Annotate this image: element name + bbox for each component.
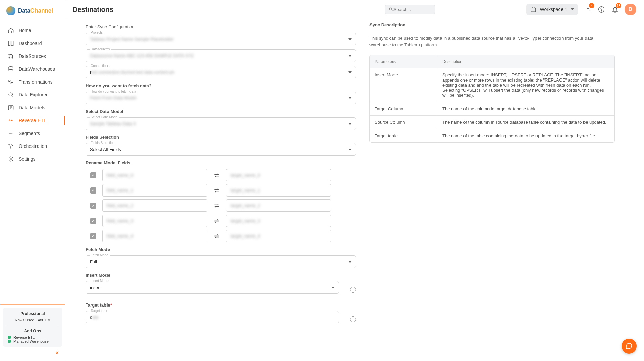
addons-title: Add Ons <box>6 329 59 333</box>
svg-point-10 <box>9 144 10 145</box>
target-field-input[interactable]: target_name_4 <box>226 230 331 242</box>
svg-rect-0 <box>8 41 10 46</box>
source-field-input[interactable]: field_name_2 <box>102 199 207 212</box>
chat-fab[interactable] <box>622 339 637 354</box>
sidebar-item-datasources[interactable]: DataSources <box>0 50 65 63</box>
fields-selection-select[interactable]: Select All Fields <box>86 143 356 156</box>
param-name: Target table <box>370 129 437 142</box>
source-field-input[interactable]: field_name_0 <box>102 169 207 181</box>
page-title: Destinations <box>73 6 113 14</box>
target-field-input[interactable]: target_name_2 <box>226 199 331 212</box>
checkbox[interactable]: ✓ <box>90 203 96 209</box>
source-field-input[interactable]: field_name_1 <box>102 184 207 197</box>
param-desc: Specify the insert mode: INSERT, UPSERT … <box>437 68 614 102</box>
sidebar-item-settings[interactable]: Settings <box>0 153 65 165</box>
nav-icon <box>8 66 14 72</box>
chevron-down-icon <box>348 38 352 41</box>
nav-icon <box>8 27 14 33</box>
search-input[interactable] <box>385 5 435 14</box>
info-icon[interactable]: i <box>350 287 356 293</box>
svg-point-2 <box>9 54 10 55</box>
projects-label: Projects <box>90 31 104 35</box>
source-field-input[interactable]: field_name_3 <box>102 215 207 227</box>
sidebar-item-label: Segments <box>19 131 40 136</box>
swap-icon <box>213 233 220 240</box>
target-table-input[interactable]: data <box>86 311 339 323</box>
nav-icon <box>8 40 14 46</box>
insert-mode-select[interactable]: insert <box>86 281 339 294</box>
param-name: Insert Mode <box>370 68 437 102</box>
svg-rect-1 <box>11 41 13 46</box>
sidebar-item-home[interactable]: Home <box>0 24 65 37</box>
sidebar-item-label: DataSources <box>19 53 46 59</box>
connections-label: Connections <box>90 64 111 68</box>
check-icon: ✓ <box>8 336 11 339</box>
search-field[interactable] <box>393 7 431 12</box>
table-row: Target tableThe name of the table contai… <box>370 129 614 142</box>
checkbox[interactable]: ✓ <box>90 218 96 224</box>
fetch-mode-value: Full <box>90 259 348 264</box>
source-field-input[interactable]: field_name_4 <box>102 230 207 242</box>
sidebar-item-orchestration[interactable]: Orchestration <box>0 140 65 153</box>
chevron-down-icon <box>348 71 352 74</box>
desc-header: Description <box>437 55 614 68</box>
bell-icon[interactable]: 13 <box>611 6 619 13</box>
sidebar-item-segments[interactable]: Segments <box>0 127 65 140</box>
collapse-sidebar-button[interactable]: « <box>3 347 62 358</box>
datasources-label: Datasources <box>90 47 111 51</box>
sync-description-title: Sync Description <box>369 22 405 29</box>
rename-fields-heading: Rename Model Fields <box>86 160 356 165</box>
workspace-label: Workspace 1 <box>540 7 567 12</box>
logo[interactable]: DataChannel <box>0 0 65 19</box>
parameters-table: Parameters Description Insert ModeSpecif… <box>369 55 615 143</box>
sidebar-item-datawarehouses[interactable]: DataWarehouses <box>0 63 65 75</box>
plan-box: Professional Rows Used · 486.6M Add Ons … <box>3 308 62 347</box>
sidebar-item-dashboard[interactable]: Dashboard <box>0 37 65 50</box>
fetch-data-select[interactable]: Fetch From Data Model <box>86 92 356 104</box>
datasources-select[interactable]: Datasource Name ABC-123-456 SAMPLE DATA … <box>86 49 356 62</box>
sparkle-icon[interactable]: 4 <box>584 6 592 13</box>
info-icon[interactable]: i <box>350 316 356 322</box>
sidebar-item-label: Settings <box>19 156 36 162</box>
sidebar-item-label: Dashboard <box>19 41 42 46</box>
checkbox[interactable]: ✓ <box>90 233 96 239</box>
target-field-input[interactable]: target_name_1 <box>226 184 331 197</box>
sidebar-item-reverse-etl[interactable]: Reverse ETL <box>0 114 65 127</box>
connections-select[interactable]: rest connection blurred text data conten… <box>86 66 356 78</box>
sidebar-item-label: Data Explorer <box>19 92 48 97</box>
fetch-mode-heading: Fetch Mode <box>86 247 356 252</box>
insert-mode-heading: Insert Mode <box>86 273 356 278</box>
checkbox[interactable]: ✓ <box>90 172 96 178</box>
logo-text-data: Data <box>18 7 30 14</box>
fetch-mode-select[interactable]: Full <box>86 255 356 268</box>
checkbox[interactable]: ✓ <box>90 187 96 194</box>
help-icon[interactable] <box>598 6 605 13</box>
param-header: Parameters <box>370 55 437 68</box>
nav-icon <box>8 130 14 136</box>
swap-icon <box>213 218 220 224</box>
sidebar-item-label: Transformations <box>19 79 53 85</box>
nav-icon <box>8 156 14 162</box>
sidebar-item-data-explorer[interactable]: Data Explorer <box>0 88 65 101</box>
nav-icon <box>8 143 14 149</box>
table-row: Insert ModeSpecify the insert mode: INSE… <box>370 68 614 102</box>
sidebar-item-data-models[interactable]: Data Models <box>0 101 65 114</box>
target-field-input[interactable]: target_name_3 <box>226 215 331 227</box>
param-name: Target Column <box>370 102 437 116</box>
chevron-down-icon <box>348 96 352 100</box>
table-row: Source ColumnThe name of the column in s… <box>370 116 614 129</box>
svg-rect-14 <box>531 8 536 12</box>
param-desc: The name of the column in target databas… <box>437 102 614 116</box>
avatar[interactable]: D <box>625 4 636 15</box>
nav: HomeDashboardDataSourcesDataWarehousesTr… <box>0 19 65 304</box>
svg-point-12 <box>10 147 11 148</box>
workspace-select[interactable]: Workspace 1 <box>526 4 578 15</box>
data-model-select[interactable]: Sample Tableau Data X <box>86 117 356 130</box>
swap-icon <box>213 202 220 209</box>
sidebar-item-label: Data Models <box>19 105 45 110</box>
sidebar-item-transformations[interactable]: Transformations <box>0 75 65 88</box>
chevron-down-icon <box>348 54 352 58</box>
projects-select[interactable]: Tableau Project Name Sample Placeholder <box>86 33 356 45</box>
fetch-float-label: How do you want to fetch data <box>90 90 137 93</box>
target-field-input[interactable]: target_name_0 <box>226 169 331 181</box>
